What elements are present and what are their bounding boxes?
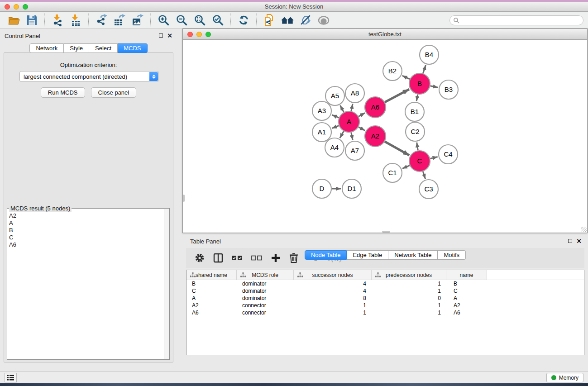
graph-node-C[interactable]: C [409, 151, 430, 172]
graph-edge-B-B2[interactable] [402, 76, 410, 79]
zoom-selected-icon[interactable] [211, 14, 225, 27]
graph-edge-A-A2[interactable] [359, 127, 365, 131]
export-image-icon[interactable] [131, 14, 144, 27]
graph-node-A5[interactable]: A5 [325, 86, 344, 105]
result-item-a[interactable]: A [9, 219, 163, 227]
graph-edge-C-C4[interactable] [430, 157, 437, 159]
node-label-D: D [320, 185, 325, 192]
import-network-icon[interactable] [51, 14, 64, 27]
tab-style[interactable]: Style [64, 43, 89, 53]
horizontal-scrollbar-thumb[interactable] [382, 231, 390, 233]
float-panel-icon[interactable] [159, 33, 163, 38]
graph-edge-B-B4[interactable] [423, 65, 425, 73]
tab-edge-table[interactable]: Edge Table [347, 250, 388, 260]
tab-node-table[interactable]: Node Table [305, 250, 347, 260]
graph-node-D1[interactable]: D1 [342, 179, 361, 198]
copy-network-icon[interactable] [263, 14, 276, 27]
toolbar-separator [88, 14, 89, 27]
graph-node-A[interactable]: A [339, 111, 359, 132]
node-label-C4: C4 [444, 150, 452, 158]
eye-icon[interactable] [317, 14, 330, 27]
close-panel-icon[interactable]: ⨯ [167, 33, 172, 38]
run-mcds-button[interactable]: Run MCDS [41, 87, 85, 98]
close-panel-button[interactable]: Close panel [91, 87, 137, 98]
node-label-B4: B4 [425, 51, 433, 58]
node-label-A: A [347, 118, 351, 125]
save-session-icon[interactable] [25, 14, 38, 27]
control-panel-header-buttons: ⨯ [159, 33, 172, 38]
graph-node-A2[interactable]: A2 [365, 126, 386, 147]
graph-node-D[interactable]: D [312, 179, 331, 198]
tab-select[interactable]: Select [89, 43, 118, 53]
node-label-A3: A3 [318, 107, 326, 114]
result-item-c[interactable]: C [9, 234, 163, 241]
graph-edge-A-A5[interactable] [340, 105, 344, 112]
graph-node-B2[interactable]: B2 [383, 62, 402, 81]
graph-node-B4[interactable]: B4 [420, 45, 439, 64]
graph-edge-A2-C[interactable] [385, 142, 409, 156]
result-scrollbar[interactable] [164, 209, 169, 359]
graph-edge-A-A6[interactable] [359, 113, 365, 117]
table-panel-header-buttons: ⨯ [568, 238, 582, 243]
zoom-fit-icon[interactable] [193, 14, 206, 27]
graph-node-C1[interactable]: C1 [383, 163, 402, 182]
float-panel-icon[interactable] [568, 239, 572, 243]
tab-motifs[interactable]: Motifs [438, 250, 466, 260]
graph-node-C3[interactable]: C3 [419, 180, 438, 199]
graph-edge-C-C1[interactable] [402, 166, 410, 169]
graph-node-A7[interactable]: A7 [345, 141, 364, 160]
graph-edge-C-C3[interactable] [423, 172, 425, 179]
graph-edge-A-A3[interactable] [332, 115, 339, 118]
network-window-titlebar[interactable]: testGlobe.txt [183, 29, 587, 40]
network-canvas[interactable]: B4B2BB3A5A8A6A3B1AA1C2A2A4A7C4CC1C3DD1 [183, 40, 587, 233]
node-label-B2: B2 [388, 67, 397, 75]
graph-edge-A-A8[interactable] [351, 104, 353, 111]
close-panel-icon[interactable]: ⨯ [576, 238, 582, 243]
graph-node-A1[interactable]: A1 [312, 123, 331, 142]
import-table-icon[interactable] [69, 14, 82, 27]
tab-mcds[interactable]: MCDS [118, 43, 147, 53]
graph-node-C4[interactable]: C4 [439, 145, 458, 164]
result-item-b[interactable]: B [9, 227, 163, 234]
optimization-criterion-value: largest connected component (directed) [24, 73, 127, 80]
graph-node-B[interactable]: B [409, 73, 430, 94]
node-label-A6: A6 [371, 103, 379, 111]
graph-node-B3[interactable]: B3 [439, 80, 458, 99]
graph-edge-A-A1[interactable] [332, 126, 339, 129]
graph-node-A4[interactable]: A4 [325, 138, 344, 157]
export-network-icon[interactable] [95, 14, 108, 27]
graph-node-C2[interactable]: C2 [406, 122, 425, 141]
tab-network-table[interactable]: Network Table [388, 250, 438, 260]
export-table-icon[interactable] [113, 14, 126, 27]
graph-edge-C-C2[interactable] [417, 143, 418, 151]
label-off-icon[interactable] [299, 14, 312, 27]
tab-network[interactable]: Network [29, 43, 64, 53]
open-folder-icon[interactable] [7, 14, 20, 27]
graph-node-A8[interactable]: A8 [345, 84, 364, 103]
graph-edge-B-B1[interactable] [416, 95, 418, 101]
toolbar-separator [44, 14, 45, 27]
search-input[interactable] [449, 15, 583, 25]
memory-button[interactable]: Memory [546, 373, 583, 382]
refresh-layout-icon[interactable] [237, 14, 250, 27]
graph-edge-A6-B[interactable] [385, 89, 409, 102]
graph-node-B1[interactable]: B1 [405, 102, 424, 121]
table-panel-title: Table Panel [190, 238, 221, 245]
resize-grip-icon[interactable] [581, 227, 587, 232]
graph-edge-B-B3[interactable] [430, 86, 438, 87]
graph-node-A3[interactable]: A3 [312, 101, 331, 120]
memory-status-icon [551, 375, 556, 380]
result-item-a2[interactable]: A2 [9, 212, 163, 219]
graph-node-A6[interactable]: A6 [365, 97, 386, 118]
vertical-scrollbar-thumb[interactable] [183, 195, 185, 202]
home-icon[interactable] [281, 14, 294, 27]
zoom-in-icon[interactable] [157, 14, 170, 27]
result-item-a6[interactable]: A6 [9, 241, 163, 248]
task-history-button[interactable] [5, 373, 17, 382]
application-window: Session: New Session [0, 0, 588, 386]
graph-edge-A-A4[interactable] [340, 131, 344, 138]
table-panel: Table Panel ⨯ [182, 235, 588, 369]
zoom-out-icon[interactable] [175, 14, 188, 27]
graph-edge-A-A7[interactable] [351, 133, 353, 140]
optimization-criterion-select[interactable]: largest connected component (directed) [19, 71, 159, 82]
